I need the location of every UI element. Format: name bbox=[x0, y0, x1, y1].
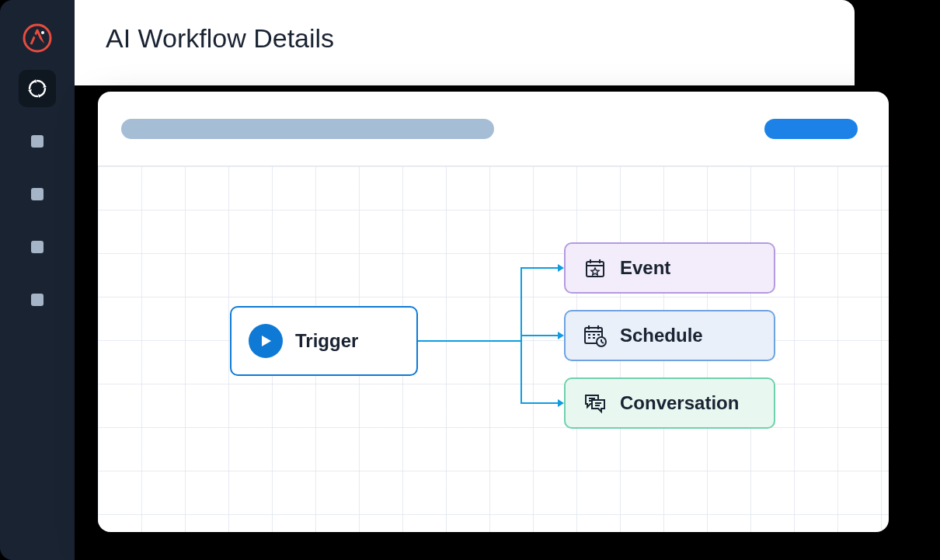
square-icon bbox=[31, 241, 44, 253]
svg-marker-11 bbox=[558, 399, 564, 407]
square-icon bbox=[31, 135, 44, 148]
cycle-icon bbox=[26, 78, 48, 99]
node-conversation[interactable]: Conversation bbox=[564, 377, 775, 429]
square-icon bbox=[31, 294, 44, 306]
canvas-toolbar bbox=[98, 92, 889, 166]
node-event[interactable]: Event bbox=[564, 242, 775, 294]
svg-point-2 bbox=[41, 31, 44, 34]
workflow-action-button[interactable] bbox=[764, 119, 858, 139]
chat-bubbles-icon bbox=[583, 391, 608, 416]
node-schedule-label: Schedule bbox=[620, 325, 703, 346]
node-trigger[interactable]: Trigger bbox=[230, 306, 418, 376]
app-shell: AI Workflow Details bbox=[0, 0, 940, 560]
sidebar-item-nav-2[interactable] bbox=[19, 123, 56, 160]
header-card: AI Workflow Details bbox=[75, 0, 855, 85]
page-title: AI Workflow Details bbox=[106, 23, 823, 54]
svg-marker-12 bbox=[262, 336, 271, 346]
workflow-title-placeholder[interactable] bbox=[121, 119, 494, 139]
sidebar-item-nav-4[interactable] bbox=[19, 228, 56, 266]
calendar-star-icon bbox=[583, 256, 608, 280]
node-conversation-label: Conversation bbox=[620, 392, 739, 414]
svg-marker-8 bbox=[558, 264, 564, 272]
node-trigger-label: Trigger bbox=[295, 330, 358, 352]
sidebar-item-workflows[interactable] bbox=[19, 70, 56, 107]
sidebar bbox=[0, 0, 75, 560]
square-icon bbox=[31, 188, 44, 200]
workflow-canvas-card: Trigger Event bbox=[98, 92, 889, 532]
node-event-label: Event bbox=[620, 257, 670, 279]
main-area: AI Workflow Details bbox=[75, 0, 940, 560]
node-schedule[interactable]: Schedule bbox=[564, 310, 775, 361]
svg-marker-10 bbox=[558, 332, 564, 339]
sidebar-item-nav-3[interactable] bbox=[19, 176, 56, 213]
app-logo-icon[interactable] bbox=[21, 22, 54, 54]
workflow-canvas[interactable]: Trigger Event bbox=[98, 166, 889, 532]
calendar-clock-icon bbox=[583, 323, 608, 348]
sidebar-item-nav-5[interactable] bbox=[19, 281, 56, 318]
play-icon bbox=[249, 324, 283, 358]
